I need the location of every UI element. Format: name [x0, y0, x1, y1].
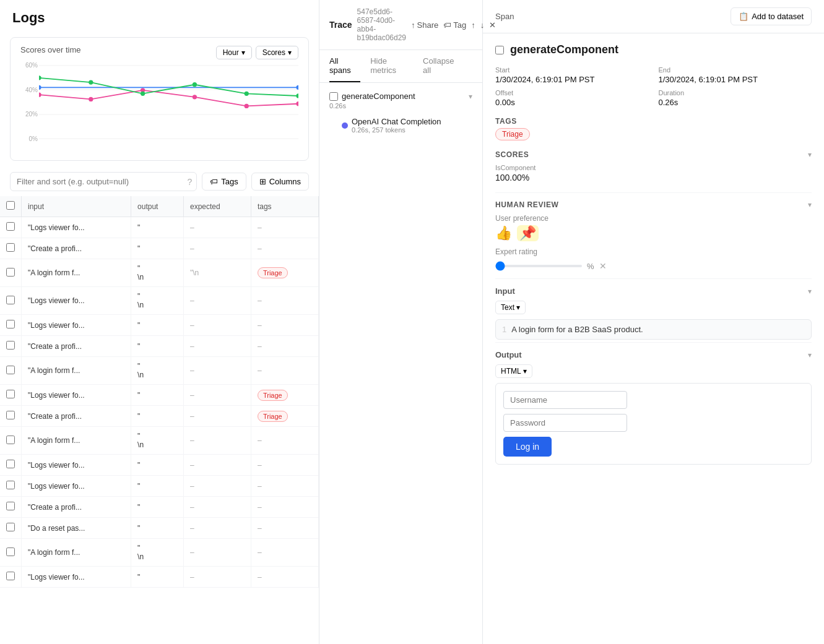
tag-button[interactable]: 🏷 Tag	[443, 20, 466, 30]
cell-tags: Triage	[251, 406, 318, 427]
hour-button[interactable]: Hour ▾	[216, 46, 252, 59]
span-title-checkbox[interactable]	[495, 46, 504, 54]
row-checkbox[interactable]	[6, 390, 15, 398]
logs-table-wrap: input output expected tags "Logs viewer …	[0, 196, 319, 644]
text-type-button[interactable]: Text ▾	[495, 301, 526, 314]
cell-tags: –	[251, 567, 318, 588]
filter-input-wrap: ?	[10, 172, 197, 191]
tab-collapse-all[interactable]: Collapse all	[423, 50, 462, 82]
table-row[interactable]: "Logs viewer fo... " – –	[0, 315, 319, 336]
cell-input: "Create a profi...	[22, 406, 131, 427]
no-tag: –	[258, 366, 262, 375]
sub-span-openai[interactable]: OpenAI Chat Completion 0.26s, 257 tokens	[319, 113, 482, 137]
span-expand-icon[interactable]: ▾	[469, 92, 472, 101]
row-checkbox[interactable]	[6, 460, 15, 468]
tags-button[interactable]: 🏷 Tags	[202, 173, 246, 191]
filter-bar: ? 🏷 Tags ⊞ Columns	[0, 167, 319, 196]
cell-expected: –	[184, 567, 251, 588]
row-checkbox[interactable]	[6, 268, 15, 277]
table-row[interactable]: "Logs viewer fo... " – –	[0, 476, 319, 497]
cell-tags: –	[251, 315, 318, 336]
table-row[interactable]: "Create a profi... " – –	[0, 336, 319, 357]
table-row[interactable]: "A login form f... "\n – –	[0, 357, 319, 385]
table-row[interactable]: "Do a reset pas... " – –	[0, 518, 319, 539]
output-collapse-icon[interactable]: ▾	[808, 351, 812, 359]
row-checkbox[interactable]	[6, 547, 15, 556]
no-tag: –	[258, 461, 262, 470]
table-row[interactable]: "Create a profi... " – Triage	[0, 406, 319, 427]
tab-all-spans[interactable]: All spans	[329, 50, 360, 82]
row-checkbox[interactable]	[6, 320, 15, 328]
svg-point-9	[296, 101, 298, 106]
row-checkbox[interactable]	[6, 341, 15, 350]
svg-point-4	[39, 93, 41, 97]
output-section: Output ▾ HTML ▾ Log in	[495, 342, 812, 465]
cell-output: "\n	[131, 357, 184, 385]
row-checkbox[interactable]	[6, 502, 15, 510]
row-checkbox[interactable]	[6, 366, 15, 374]
row-checkbox[interactable]	[6, 296, 15, 304]
username-field[interactable]	[503, 391, 627, 409]
cell-expected: –	[184, 315, 251, 336]
table-row[interactable]: "Create a profi... " – –	[0, 497, 319, 518]
col-input: input	[22, 196, 131, 217]
tab-hide-metrics[interactable]: Hide metrics	[370, 50, 413, 82]
html-type-button[interactable]: HTML ▾	[495, 364, 532, 378]
no-tag: –	[258, 223, 262, 232]
row-checkbox[interactable]	[6, 523, 15, 531]
user-pref-row: User preference 👍 📌	[495, 214, 812, 241]
svg-point-13	[89, 80, 93, 84]
row-checkbox[interactable]	[6, 411, 15, 419]
chart-title: Scores over time	[20, 45, 81, 54]
html-chevron-icon: ▾	[523, 367, 527, 376]
cell-output: "\n	[131, 259, 184, 287]
span-main: generateComponent ▾	[329, 92, 472, 101]
table-row[interactable]: "A login form f... "\n – –	[0, 427, 319, 455]
sub-span-name: OpenAI Chat Completion	[352, 117, 441, 126]
span-checkbox[interactable]	[329, 92, 338, 101]
help-icon[interactable]: ?	[187, 177, 192, 187]
scores-header: Scores ▾	[495, 150, 812, 159]
table-row[interactable]: "A login form f... "\n "\n Triage	[0, 259, 319, 287]
no-tag: –	[258, 482, 262, 491]
span-generate-component[interactable]: generateComponent ▾ 0.26s	[319, 88, 482, 113]
cell-output: "	[131, 217, 184, 238]
nav-up-button[interactable]: ↑	[471, 20, 475, 30]
rating-clear-button[interactable]: ✕	[599, 261, 607, 271]
login-button[interactable]: Log in	[503, 437, 552, 457]
no-tag: –	[258, 244, 262, 253]
table-row[interactable]: "Logs viewer fo... " – Triage	[0, 385, 319, 406]
select-all-header	[0, 196, 22, 217]
span-title-row: generateComponent	[495, 43, 812, 56]
table-row[interactable]: "Logs viewer fo... " – –	[0, 217, 319, 238]
text-chevron-icon: ▾	[516, 303, 520, 312]
end-val: 1/30/2024, 6:19:01 PM PST	[659, 75, 812, 84]
password-field[interactable]	[503, 414, 627, 432]
scores-button[interactable]: Scores ▾	[256, 46, 298, 59]
cell-output: "	[131, 385, 184, 406]
row-checkbox[interactable]	[6, 481, 15, 489]
table-row[interactable]: "A login form f... "\n – –	[0, 539, 319, 567]
columns-button[interactable]: ⊞ Columns	[251, 173, 309, 191]
table-row[interactable]: "Logs viewer fo... " – –	[0, 567, 319, 588]
scores-toggle[interactable]: ▾	[808, 150, 812, 159]
select-all-checkbox[interactable]	[6, 201, 15, 210]
row-checkbox[interactable]	[6, 572, 15, 580]
thumbs-up-button[interactable]: 👍	[495, 226, 512, 240]
add-to-dataset-button[interactable]: 📋 Add to dataset	[731, 7, 812, 25]
row-checkbox[interactable]	[6, 243, 15, 252]
thumbs-down-button[interactable]: 📌	[517, 225, 539, 241]
table-row[interactable]: "Logs viewer fo... "\n – –	[0, 287, 319, 315]
row-checkbox[interactable]	[6, 436, 15, 444]
row-checkbox[interactable]	[6, 222, 15, 231]
cell-input: "Logs viewer fo...	[22, 385, 131, 406]
table-row[interactable]: "Logs viewer fo... " – –	[0, 455, 319, 476]
no-tag: –	[258, 548, 262, 557]
input-collapse-icon[interactable]: ▾	[808, 287, 812, 296]
filter-input[interactable]	[10, 172, 197, 191]
cell-expected: –	[184, 539, 251, 567]
share-button[interactable]: ↑ Share	[411, 20, 438, 30]
table-row[interactable]: "Create a profi... " – –	[0, 238, 319, 259]
human-review-toggle[interactable]: ▾	[808, 200, 812, 209]
rating-slider[interactable]	[495, 265, 582, 267]
